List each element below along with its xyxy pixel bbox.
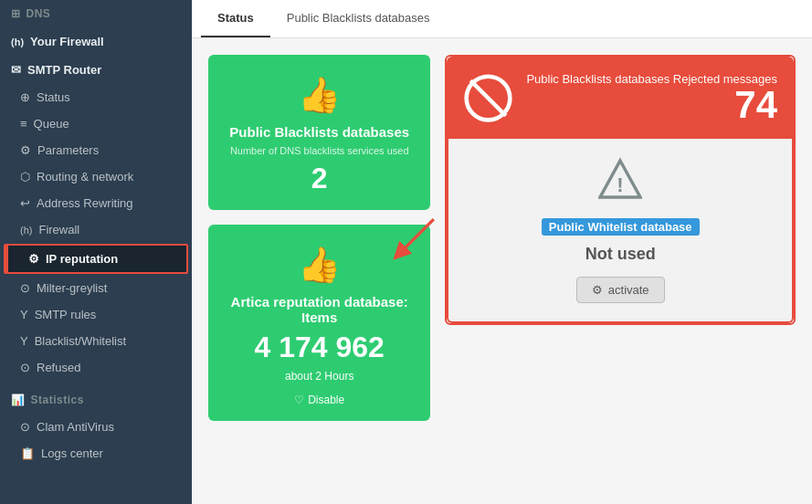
sidebar-item-your-firewall[interactable]: (h) Your Firewall bbox=[0, 27, 192, 56]
sidebar-label-address: Address Rewriting bbox=[37, 196, 133, 210]
artica-reputation-card: 👍 Artica reputation database: Items 4 17… bbox=[208, 225, 430, 421]
stats-icon: 📊 bbox=[11, 394, 26, 406]
smtp-icon: ✉ bbox=[11, 63, 21, 77]
address-icon: ↩ bbox=[20, 196, 30, 210]
smtprules-icon: Y bbox=[20, 308, 28, 321]
activate-label: activate bbox=[608, 283, 649, 297]
artica-reputation-number: 4 174 962 bbox=[255, 331, 385, 364]
artica-reputation-note: about 2 Hours bbox=[285, 370, 353, 383]
logs-icon: 📋 bbox=[20, 446, 35, 460]
activate-button[interactable]: ⚙ activate bbox=[576, 277, 665, 303]
public-blacklists-number: 2 bbox=[311, 162, 328, 195]
thumbsup-icon-1: 👍 bbox=[298, 75, 341, 115]
rejected-info: Public Blacklists databases Rejected mes… bbox=[526, 72, 777, 124]
sidebar-label-queue: Queue bbox=[34, 117, 69, 131]
dns-section-header: ⊞ DNS bbox=[0, 0, 192, 27]
sidebar-label-milter: Milter-greylist bbox=[37, 281, 107, 295]
sidebar-item-smtp-rules[interactable]: Y SMTP rules bbox=[0, 301, 192, 328]
sidebar-item-ip-reputation[interactable]: ⚙ IP reputation bbox=[5, 246, 186, 272]
sidebar-item-parameters[interactable]: ⚙ Parameters bbox=[0, 137, 192, 163]
sidebar-label-firewall: Firewall bbox=[38, 223, 79, 236]
disable-link[interactable]: ♡ Disable bbox=[294, 394, 344, 406]
svg-text:!: ! bbox=[617, 173, 624, 196]
sidebar-item-routing[interactable]: ⬡ Routing & network bbox=[0, 163, 192, 190]
smtp-router-label: SMTP Router bbox=[27, 63, 101, 77]
refused-icon: ⊙ bbox=[20, 361, 30, 374]
heart-icon: ♡ bbox=[294, 394, 304, 406]
thumbsup-icon-2: 👍 bbox=[298, 245, 341, 285]
sidebar-item-address-rewriting[interactable]: ↩ Address Rewriting bbox=[0, 190, 192, 216]
sidebar-item-milter-greylist[interactable]: ⊙ Milter-greylist bbox=[0, 275, 192, 301]
sidebar-label-blacklist: Blacklist/Whitelist bbox=[35, 334, 126, 348]
sidebar: ⊞ DNS (h) Your Firewall ✉ SMTP Router ⊕ … bbox=[0, 0, 192, 504]
statistics-label: Statistics bbox=[31, 394, 84, 406]
dns-icon: ⊞ bbox=[11, 7, 21, 20]
right-outer: Public Blacklists databases Rejected mes… bbox=[445, 55, 796, 325]
firewall-icon: (h) bbox=[11, 37, 24, 47]
main-content: Status Public Blacklists databases 👍 Pub… bbox=[192, 0, 812, 504]
sidebar-label-status: Status bbox=[37, 90, 70, 104]
fwall-icon: (h) bbox=[20, 225, 32, 236]
cards-area: 👍 Public Blacklists databases Number of … bbox=[192, 38, 812, 504]
tab-public-blacklists[interactable]: Public Blacklists databases bbox=[270, 0, 447, 37]
sidebar-item-logs-center[interactable]: 📋 Logs center bbox=[0, 440, 192, 467]
artica-reputation-title: Artica reputation database: Items bbox=[223, 294, 416, 325]
sidebar-label-smtprules: SMTP rules bbox=[35, 308, 97, 321]
sidebar-item-status[interactable]: ⊕ Status bbox=[0, 84, 192, 110]
warning-icon: ! bbox=[598, 157, 642, 209]
rejected-number: 74 bbox=[526, 86, 777, 124]
routing-icon: ⬡ bbox=[20, 170, 30, 184]
tabs-bar: Status Public Blacklists databases bbox=[192, 0, 812, 38]
ban-icon bbox=[463, 73, 513, 123]
milter-icon: ⊙ bbox=[20, 281, 30, 295]
sidebar-item-smtp-router[interactable]: ✉ SMTP Router bbox=[0, 56, 192, 84]
activate-icon: ⚙ bbox=[592, 283, 603, 297]
sidebar-item-refused[interactable]: ⊙ Refused bbox=[0, 354, 192, 381]
public-blacklists-title: Public Blacklists databases bbox=[229, 124, 409, 140]
sidebar-label-clam: Clam AntiVirus bbox=[37, 420, 114, 434]
public-blacklists-subtitle: Number of DNS blacklists services used bbox=[230, 145, 409, 156]
ip-icon: ⚙ bbox=[28, 252, 39, 266]
disable-label: Disable bbox=[308, 394, 344, 406]
sidebar-item-queue[interactable]: ≡ Queue bbox=[0, 110, 192, 137]
params-icon: ⚙ bbox=[20, 143, 31, 157]
sidebar-label-logs: Logs center bbox=[41, 446, 103, 460]
sidebar-item-blacklist-whitelist[interactable]: Y Blacklist/Whitelist bbox=[0, 328, 192, 354]
sidebar-label-parameters: Parameters bbox=[37, 143, 99, 157]
whitelist-status: Not used bbox=[585, 245, 656, 264]
sidebar-item-clam-antivirus[interactable]: ⊙ Clam AntiVirus bbox=[0, 414, 192, 440]
sidebar-label-routing: Routing & network bbox=[37, 170, 133, 184]
status-icon: ⊕ bbox=[20, 90, 30, 104]
sidebar-item-firewall[interactable]: (h) Firewall bbox=[0, 216, 192, 243]
svg-line-3 bbox=[471, 80, 507, 116]
tab-status[interactable]: Status bbox=[201, 0, 270, 37]
whitelist-card: ! Public Whitelist database Not used ⚙ a… bbox=[447, 139, 794, 323]
statistics-section-header: 📊 Statistics bbox=[0, 386, 192, 414]
sidebar-label-refused: Refused bbox=[37, 361, 80, 374]
your-firewall-label: Your Firewall bbox=[30, 35, 104, 48]
left-column: 👍 Public Blacklists databases Number of … bbox=[208, 55, 430, 421]
public-blacklists-card: 👍 Public Blacklists databases Number of … bbox=[208, 55, 430, 210]
rejected-card: Public Blacklists databases Rejected mes… bbox=[447, 57, 794, 139]
right-column-wrapper: Public Blacklists databases Rejected mes… bbox=[445, 55, 796, 325]
dns-label: DNS bbox=[26, 7, 51, 20]
sidebar-label-ip: IP reputation bbox=[46, 252, 118, 266]
clam-icon: ⊙ bbox=[20, 420, 30, 434]
whitelist-label: Public Whitelist database bbox=[542, 218, 700, 236]
blacklist-icon: Y bbox=[20, 334, 28, 348]
queue-icon: ≡ bbox=[20, 117, 27, 131]
